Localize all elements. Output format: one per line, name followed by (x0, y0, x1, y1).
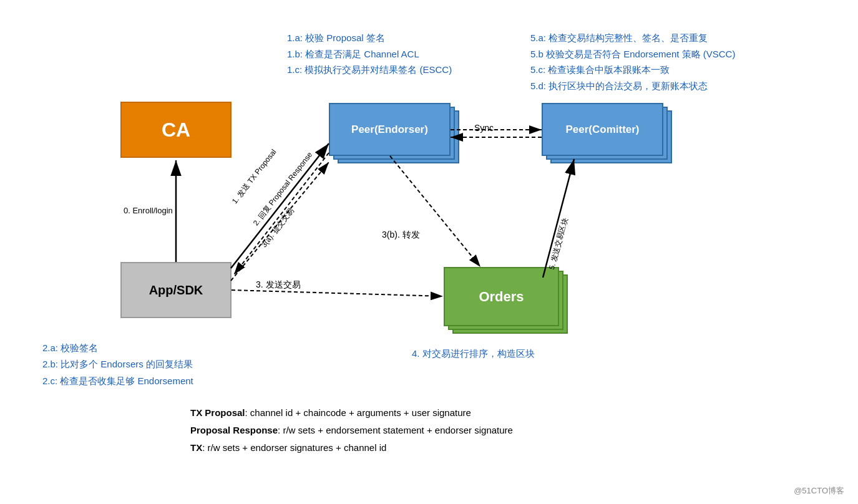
peer-comitter-front: Peer(Comitter) (542, 103, 663, 156)
annotation-5b: 5.b 校验交易是否符合 Endorsement 策略 (VSCC) (530, 46, 735, 62)
app-sdk-label: App/SDK (149, 283, 203, 298)
annotation-2a: 2.a: 校验签名 (42, 340, 193, 356)
annotation-5a: 5.a: 检查交易结构完整性、签名、是否重复 (530, 30, 735, 46)
diagram-container: 1.a: 校验 Proposal 签名 1.b: 检查是否满足 Channel … (0, 0, 858, 504)
app-sdk-box: App/SDK (120, 262, 232, 318)
annotation-bottom-middle: 4. 对交易进行排序，构造区块 (412, 348, 535, 360)
annotation-1c: 1.c: 模拟执行交易并对结果签名 (ESCC) (287, 62, 452, 78)
legend-tx-rest: : r/w sets + endorser signatures + chann… (202, 442, 386, 453)
legend-line2: Proposal Response: r/w sets + endorsemen… (190, 422, 513, 439)
svg-line-6 (232, 290, 443, 296)
annotation-5c: 5.c: 检查读集合中版本跟账本一致 (530, 62, 735, 78)
peer-comitter-label: Peer(Comitter) (565, 124, 639, 136)
watermark: @51CTO博客 (794, 485, 844, 497)
annotation-1b: 1.b: 检查是否满足 Channel ACL (287, 46, 452, 62)
annotation-top-right: 5.a: 检查交易结构完整性、签名、是否重复 5.b 校验交易是否符合 Endo… (530, 30, 735, 94)
legend: TX Proposal: channel id + chaincode + ar… (190, 404, 513, 456)
annotation-bottom-left: 2.a: 校验签名 2.b: 比对多个 Endorsers 的回复结果 2.c:… (42, 340, 193, 389)
svg-line-3 (231, 143, 329, 268)
legend-proposal-response-bold: Proposal Response (190, 425, 278, 435)
send-tx-block-label: 5. 发送交易区块 (547, 217, 571, 271)
annotation-2b: 2.b: 比对多个 Endorsers 的回复结果 (42, 356, 193, 372)
legend-tx-proposal-rest: : channel id + chaincode + arguments + u… (245, 407, 471, 418)
enroll-label: 0. Enroll/login (124, 206, 173, 215)
legend-tx-bold: TX (190, 442, 202, 453)
annotation-2c: 2.c: 检查是否收集足够 Endorsement (42, 373, 193, 389)
svg-line-7 (390, 156, 480, 267)
legend-proposal-response-rest: : r/w sets + endorsement statement + end… (278, 425, 513, 435)
legend-line1: TX Proposal: channel id + chaincode + ar… (190, 404, 513, 422)
forward-label: 3(b). 转发 (382, 230, 420, 241)
legend-line3: TX: r/w sets + endorser signatures + cha… (190, 439, 513, 457)
sync-label: Sync (474, 123, 494, 133)
orders-front: Orders (444, 267, 559, 326)
orders-label: Orders (479, 289, 524, 305)
ca-label: CA (162, 119, 190, 142)
annotation-top-left: 1.a: 校验 Proposal 签名 1.b: 检查是否满足 Channel … (287, 30, 452, 78)
ca-box: CA (120, 102, 232, 158)
peer-endorser-label: Peer(Endorser) (351, 124, 428, 136)
annotation-5d: 5.d: 执行区块中的合法交易，更新账本状态 (530, 78, 735, 94)
legend-tx-proposal-bold: TX Proposal (190, 407, 245, 418)
annotation-1a: 1.a: 校验 Proposal 签名 (287, 30, 452, 46)
send-tx-label: 3. 发送交易 (256, 279, 301, 291)
peer-endorser-front: Peer(Endorser) (329, 103, 451, 156)
